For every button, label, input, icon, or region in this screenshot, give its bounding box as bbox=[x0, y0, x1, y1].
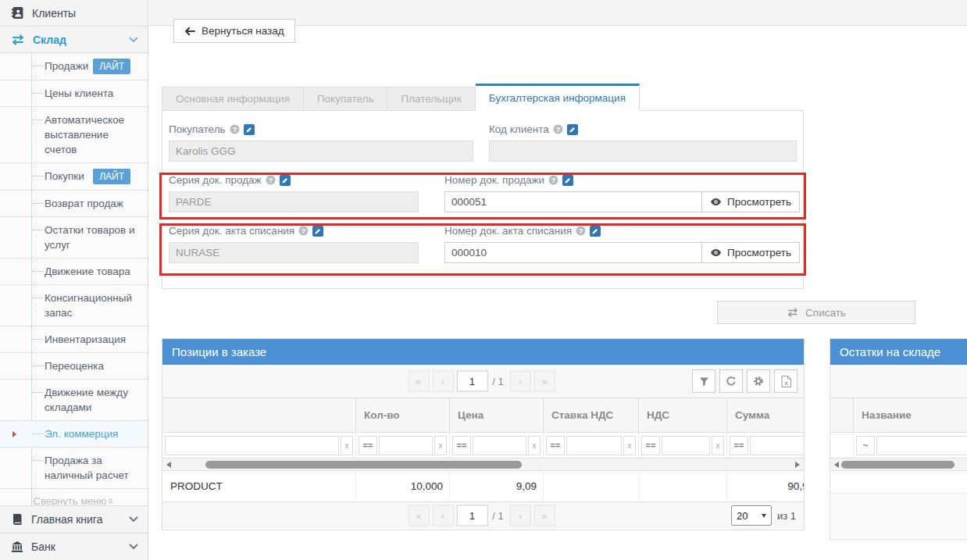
last-page-button[interactable]: » bbox=[534, 371, 555, 392]
tab-payer[interactable]: Плательщик bbox=[387, 87, 475, 111]
help-icon[interactable]: ? bbox=[298, 226, 309, 236]
filter-name-input[interactable] bbox=[165, 436, 339, 455]
scrollbar-thumb[interactable] bbox=[205, 461, 522, 469]
writeoff-series-input[interactable] bbox=[169, 242, 419, 263]
sidebar-item-sales-returns[interactable]: Возврат продаж bbox=[0, 190, 148, 216]
filter-button[interactable] bbox=[692, 369, 715, 393]
clear-filter-button[interactable]: x bbox=[434, 436, 447, 455]
sales-number-input[interactable] bbox=[444, 191, 702, 212]
sidebar-item-revaluation[interactable]: Переоценка bbox=[0, 352, 148, 379]
horizontal-scrollbar[interactable] bbox=[162, 458, 804, 471]
page-number-input[interactable] bbox=[456, 371, 487, 392]
edit-pencil-icon[interactable] bbox=[244, 124, 255, 135]
prev-page-button[interactable]: ‹ bbox=[432, 505, 453, 526]
back-button[interactable]: Вернуться назад bbox=[173, 19, 295, 43]
tab-buyer[interactable]: Покупатель bbox=[304, 87, 388, 111]
column-header-price[interactable]: Цена bbox=[450, 398, 544, 432]
sidebar-item-warehouse[interactable]: Склад bbox=[0, 27, 148, 53]
client-code-field-group: Код клиента ? bbox=[489, 123, 797, 162]
filter-cell-stock-name: ~ bbox=[854, 433, 967, 458]
scroll-right-icon[interactable] bbox=[795, 462, 800, 468]
sidebar-item-cash-sale[interactable]: Продажа за наличный расчет bbox=[0, 447, 148, 488]
sidebar-item-general-ledger[interactable]: Главная книга bbox=[0, 505, 148, 533]
edit-pencil-icon[interactable] bbox=[590, 226, 601, 237]
edit-pencil-icon[interactable] bbox=[312, 226, 323, 237]
first-page-button[interactable]: « bbox=[408, 505, 429, 526]
column-header-vat[interactable]: НДС bbox=[639, 398, 727, 432]
filter-operator-button[interactable]: == bbox=[730, 436, 748, 455]
table-row[interactable]: PRODUCT 10,000 9,09 90,90 bbox=[162, 471, 804, 502]
client-code-input[interactable] bbox=[489, 141, 797, 162]
next-page-button[interactable]: › bbox=[510, 505, 531, 526]
column-header-qty[interactable]: Кол-во bbox=[356, 398, 450, 432]
tab-accounting-info[interactable]: Бухгалтерская информация bbox=[476, 84, 640, 111]
clear-filter-button[interactable]: x bbox=[623, 436, 636, 455]
prev-page-button[interactable]: ‹ bbox=[432, 371, 453, 392]
sidebar-item-purchases[interactable]: Покупки ЛАЙТ bbox=[0, 162, 148, 190]
help-icon[interactable]: ? bbox=[266, 175, 276, 185]
view-sales-doc-button[interactable]: Просмотреть bbox=[702, 191, 800, 212]
sidebar-item-ecommerce[interactable]: Эл. коммерция bbox=[0, 420, 148, 447]
writeoff-number-input[interactable] bbox=[444, 242, 702, 263]
first-page-button[interactable]: « bbox=[408, 371, 429, 392]
clear-filter-button[interactable]: x bbox=[341, 436, 353, 455]
help-icon[interactable]: ? bbox=[548, 175, 558, 185]
sidebar-item-consignment-stock[interactable]: Консигнационный запас bbox=[0, 284, 148, 326]
svg-text:?: ? bbox=[551, 177, 556, 184]
buyer-input[interactable] bbox=[169, 141, 473, 162]
scrollbar-thumb[interactable] bbox=[841, 461, 955, 469]
help-icon[interactable]: ? bbox=[230, 124, 240, 134]
export-excel-button[interactable]: x bbox=[774, 369, 798, 393]
filter-operator-button[interactable]: == bbox=[546, 436, 565, 455]
view-writeoff-doc-button[interactable]: Просмотреть bbox=[702, 242, 800, 263]
column-header-stock-name[interactable]: Название bbox=[854, 398, 967, 432]
refresh-button[interactable] bbox=[719, 369, 743, 393]
sidebar-item-bank[interactable]: Банк bbox=[0, 533, 148, 560]
filter-vat-rate-input[interactable] bbox=[566, 436, 622, 455]
edit-pencil-icon[interactable] bbox=[567, 124, 578, 135]
sidebar-item-clients[interactable]: Клиенты bbox=[0, 0, 148, 27]
filter-operator-button[interactable]: == bbox=[359, 436, 377, 455]
sidebar-item-goods-movement[interactable]: Движение товара bbox=[0, 258, 148, 284]
sidebar-item-inventory[interactable]: Инвентаризация bbox=[0, 326, 148, 352]
help-icon[interactable]: ? bbox=[576, 226, 586, 236]
filter-operator-button[interactable]: == bbox=[641, 436, 660, 455]
page-size-select[interactable]: 20 bbox=[731, 505, 772, 526]
horizontal-scrollbar[interactable] bbox=[830, 458, 967, 471]
pagination-bottom: « ‹ / 1 › » bbox=[408, 505, 558, 526]
help-icon[interactable]: ? bbox=[553, 124, 563, 134]
settings-button[interactable] bbox=[747, 369, 770, 393]
edit-pencil-icon[interactable] bbox=[280, 175, 291, 186]
filter-vat-input[interactable] bbox=[662, 436, 710, 455]
filter-operator-button[interactable]: == bbox=[452, 436, 471, 455]
clear-filter-button[interactable]: x bbox=[712, 436, 724, 455]
sidebar-item-sales[interactable]: Продажи ЛАЙТ bbox=[0, 53, 148, 80]
sidebar-item-warehouse-transfer[interactable]: Движение между складами bbox=[0, 379, 148, 420]
scroll-left-icon[interactable] bbox=[834, 462, 839, 468]
filter-price-input[interactable] bbox=[473, 436, 526, 455]
sidebar-item-auto-invoicing[interactable]: Автоматическое выставление счетов bbox=[0, 106, 148, 162]
filter-qty-input[interactable] bbox=[379, 436, 433, 455]
buyer-label: Покупатель ? bbox=[169, 123, 473, 136]
filter-operator-button[interactable]: ~ bbox=[856, 436, 875, 455]
column-header-name[interactable] bbox=[162, 398, 356, 432]
field-label-text: Номер док. акта списания bbox=[444, 225, 572, 237]
tab-main-info[interactable]: Основная информация bbox=[162, 87, 304, 111]
next-page-button[interactable]: › bbox=[510, 371, 531, 392]
last-page-button[interactable]: » bbox=[534, 505, 555, 526]
edit-pencil-icon[interactable] bbox=[562, 175, 573, 186]
sidebar-item-client-prices[interactable]: Цены клиента bbox=[0, 80, 148, 106]
sidebar-item-label: Продажа за наличный расчет bbox=[45, 453, 140, 483]
column-header-vat-rate[interactable]: Ставка НДС bbox=[544, 398, 639, 432]
column-header-total[interactable]: Сумма bbox=[727, 398, 805, 432]
clients-icon bbox=[11, 6, 24, 20]
cell-product-name: PRODUCT bbox=[162, 471, 356, 501]
page-number-input[interactable] bbox=[456, 505, 487, 526]
writeoff-button[interactable]: Списать bbox=[717, 301, 915, 324]
clear-filter-button[interactable]: x bbox=[528, 436, 541, 455]
scroll-left-icon[interactable] bbox=[166, 462, 171, 468]
filter-total-input[interactable] bbox=[750, 436, 805, 455]
sales-series-input[interactable] bbox=[169, 191, 419, 212]
sidebar-item-stock-balances[interactable]: Остатки товаров и услуг bbox=[0, 216, 148, 258]
filter-stock-name-input[interactable] bbox=[876, 436, 967, 455]
